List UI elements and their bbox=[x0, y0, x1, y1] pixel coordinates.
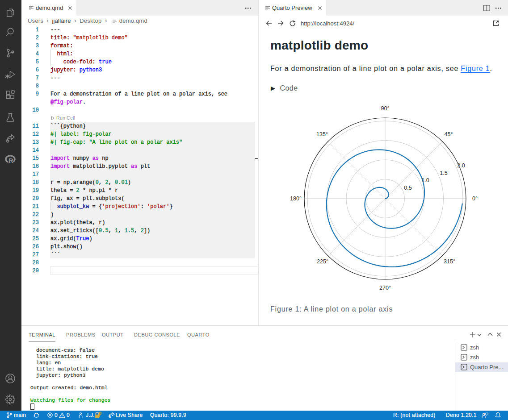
svg-text:135°: 135° bbox=[316, 131, 328, 137]
svg-text:2.0: 2.0 bbox=[457, 162, 465, 169]
svg-text:315°: 315° bbox=[444, 258, 455, 265]
svg-text:180°: 180° bbox=[290, 195, 302, 202]
svg-text:270°: 270° bbox=[379, 285, 391, 291]
svg-text:1.5: 1.5 bbox=[440, 170, 447, 176]
svg-text:1.0: 1.0 bbox=[421, 177, 429, 183]
svg-text:0.5: 0.5 bbox=[404, 185, 411, 191]
svg-text:R: R bbox=[8, 157, 13, 164]
svg-text:45°: 45° bbox=[445, 131, 453, 137]
svg-text:90°: 90° bbox=[381, 105, 390, 112]
svg-text:225°: 225° bbox=[317, 258, 328, 265]
svg-text:0°: 0° bbox=[472, 195, 478, 202]
